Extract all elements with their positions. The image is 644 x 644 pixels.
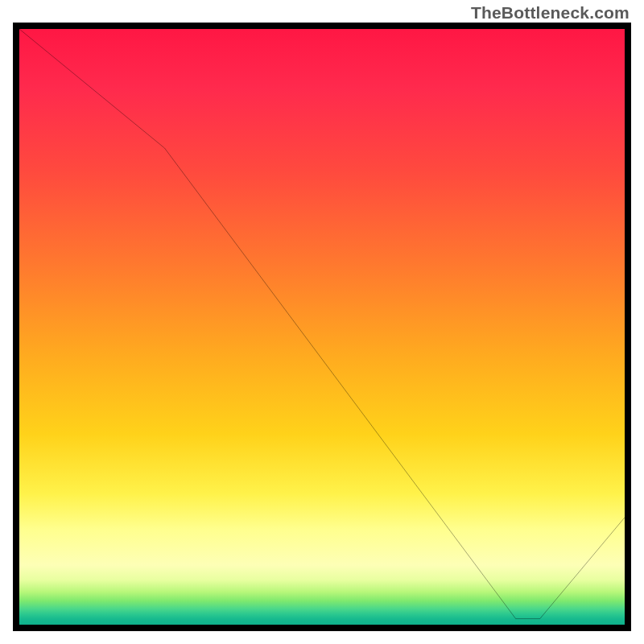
plot-svg bbox=[19, 29, 625, 625]
chart-canvas: TheBottleneck.com bbox=[0, 0, 644, 644]
plot-frame bbox=[13, 23, 631, 631]
watermark-text: TheBottleneck.com bbox=[471, 3, 630, 23]
data-line bbox=[19, 29, 625, 619]
